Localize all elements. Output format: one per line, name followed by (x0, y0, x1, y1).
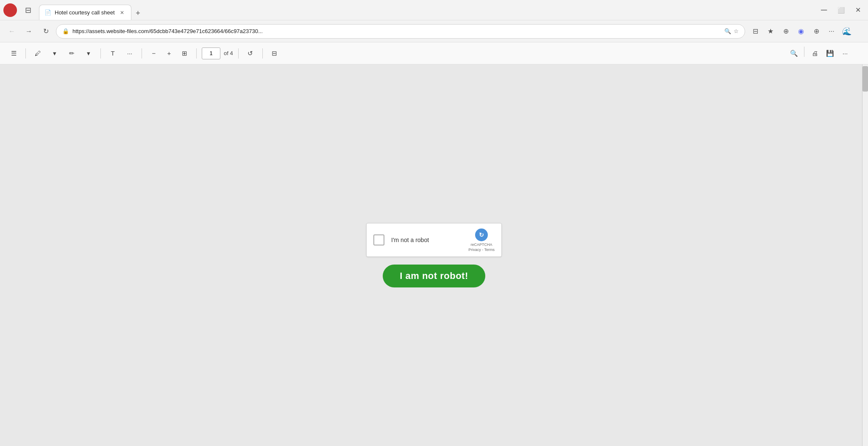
browser-window: ⊟ 📄 Hotel courtesy call sheet ✕ + ─ ⬜ ✕ … (0, 0, 868, 446)
pdf-search-btn[interactable]: 🔍 (787, 47, 801, 60)
toolbar-divider-6 (262, 48, 263, 59)
url-text: https://assets.website-files.com/65dcbb7… (72, 28, 721, 34)
active-tab[interactable]: 📄 Hotel courtesy call sheet ✕ (39, 5, 131, 20)
maximize-btn[interactable]: ⬜ (834, 3, 848, 17)
address-bar-icons: 🔍 ☆ (724, 28, 739, 34)
scrollbar-thumb[interactable] (862, 66, 868, 92)
tab-groups-icon[interactable]: ⊟ (748, 25, 762, 38)
pdf-save-btn[interactable]: 💾 (823, 47, 837, 60)
lock-icon: 🔒 (62, 28, 69, 34)
pdf-print-btn[interactable]: 🖨 (808, 47, 821, 60)
pdf-highlight-btn[interactable]: 🖊 (31, 47, 45, 60)
copilot-icon[interactable]: ◉ (794, 25, 808, 38)
pdf-more-btn[interactable]: ··· (123, 47, 136, 60)
toolbar-divider-2 (100, 48, 101, 59)
captcha-label: I'm not a robot (391, 237, 462, 243)
tab-bar: 📄 Hotel courtesy call sheet ✕ + (39, 0, 814, 20)
collections-icon[interactable]: ⊕ (779, 25, 793, 38)
star-icon[interactable]: ☆ (734, 28, 739, 34)
tab-page-icon: 📄 (45, 9, 51, 16)
pdf-zoom-in-btn[interactable]: + (162, 47, 176, 60)
refresh-btn[interactable]: ↻ (39, 25, 53, 38)
sidebar-toggle-btn[interactable]: ⊟ (20, 3, 36, 18)
pdf-fit-btn[interactable]: ⊞ (178, 47, 191, 60)
recaptcha-logo-area: ↻ reCAPTCHA Privacy - Terms (468, 228, 495, 252)
minimize-btn[interactable]: ─ (817, 3, 831, 17)
recaptcha-logo-icon: ↻ (475, 228, 488, 242)
pdf-zoom-controls: − + ⊞ (147, 47, 191, 60)
forward-btn[interactable]: → (22, 25, 36, 38)
recaptcha-privacy-text: Privacy - Terms (468, 248, 495, 252)
pdf-page-input[interactable] (202, 47, 220, 59)
tab-title: Hotel courtesy call sheet (55, 9, 115, 16)
pdf-more-options-btn[interactable]: ··· (838, 47, 852, 60)
browser-toolbar-icons: ⊟ ★ ⊕ ◉ ⊕ ··· 🌊 (748, 25, 854, 38)
toolbar-divider-7 (804, 47, 804, 57)
pdf-text-btn[interactable]: T (106, 47, 120, 60)
pdf-draw-btn[interactable]: ✏ (65, 47, 78, 60)
address-bar[interactable]: 🔒 https://assets.website-files.com/65dcb… (56, 24, 745, 39)
toolbar-divider-4 (196, 48, 197, 59)
pdf-two-page-btn[interactable]: ⊟ (268, 47, 281, 60)
recaptcha-label: reCAPTCHA (471, 243, 492, 247)
captcha-area: I'm not a robot ↻ reCAPTCHA Privacy - Te… (366, 223, 502, 287)
content-area: I'm not a robot ↻ reCAPTCHA Privacy - Te… (0, 64, 868, 446)
pdf-rotate-btn[interactable]: ↺ (244, 47, 257, 60)
pdf-zoom-out-btn[interactable]: − (147, 47, 161, 60)
new-tab-button[interactable]: + (131, 6, 145, 20)
pdf-draw-dropdown[interactable]: ▾ (82, 47, 95, 60)
toolbar-divider-3 (142, 48, 142, 59)
window-controls: ─ ⬜ ✕ (817, 3, 865, 17)
toolbar-divider-5 (238, 48, 239, 59)
search-address-icon[interactable]: 🔍 (724, 28, 731, 34)
captcha-widget: I'm not a robot ↻ reCAPTCHA Privacy - Te… (366, 223, 502, 257)
page-scrollbar[interactable] (862, 64, 868, 446)
tab-close-btn[interactable]: ✕ (118, 9, 126, 17)
pdf-menu-btn[interactable]: ☰ (7, 47, 20, 60)
profile-icon[interactable] (3, 3, 17, 17)
profiles-icon[interactable]: ⊕ (810, 25, 823, 38)
toolbar-divider-1 (25, 48, 26, 59)
pdf-toolbar: ☰ 🖊 ▾ ✏ ▾ T ··· − + ⊞ of 4 ↺ ⊟ 🔍 🖨 💾 ··· (0, 42, 868, 64)
edge-logo[interactable]: 🌊 (840, 25, 854, 38)
back-btn[interactable]: ← (5, 25, 19, 38)
more-tools-icon[interactable]: ··· (825, 25, 838, 38)
close-btn[interactable]: ✕ (851, 3, 865, 17)
svg-text:↻: ↻ (479, 231, 484, 238)
favorites-icon[interactable]: ★ (764, 25, 777, 38)
pdf-highlight-dropdown[interactable]: ▾ (48, 47, 61, 60)
pdf-toolbar-right: 🔍 🖨 💾 ··· (787, 47, 852, 60)
address-bar-row: ← → ↻ 🔒 https://assets.website-files.com… (0, 20, 868, 42)
captcha-checkbox[interactable] (373, 234, 384, 245)
pdf-page-total: of 4 (224, 50, 233, 56)
robot-button[interactable]: I am not robot! (383, 265, 485, 287)
title-bar: ⊟ 📄 Hotel courtesy call sheet ✕ + ─ ⬜ ✕ (0, 0, 868, 20)
